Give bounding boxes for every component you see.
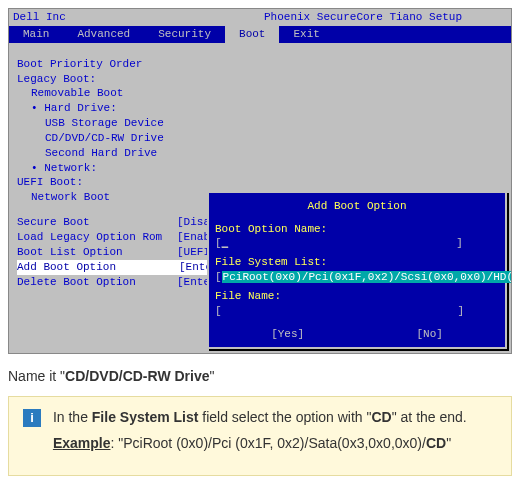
add-boot-option-dialog: Add Boot Option Boot Option Name: [_] Fi… <box>207 191 507 350</box>
file-name-input[interactable]: [] <box>215 304 499 319</box>
boot-option-name-input[interactable]: [_] <box>215 236 499 251</box>
legacy-removable[interactable]: Removable Boot <box>17 86 503 101</box>
menu-exit[interactable]: Exit <box>279 26 333 43</box>
bios-screen: Dell Inc Phoenix SecureCore Tiano Setup … <box>8 8 512 354</box>
product-label: Phoenix SecureCore Tiano Setup <box>260 9 511 26</box>
dialog-yes-button[interactable]: [Yes] <box>265 327 310 342</box>
menu-advanced[interactable]: Advanced <box>63 26 144 43</box>
legacy-usb[interactable]: USB Storage Device <box>17 116 503 131</box>
boot-option-name-label: Boot Option Name: <box>215 222 499 237</box>
info-icon: i <box>23 409 41 427</box>
menu-security[interactable]: Security <box>144 26 225 43</box>
legacy-cddvd[interactable]: CD/DVD/CD-RW Drive <box>17 131 503 146</box>
menu-main[interactable]: Main <box>9 26 63 43</box>
file-system-list-select[interactable]: [PciRoot(0x0)/Pci(0x1F,0x2)/Scsi(0x0,0x0… <box>215 270 499 285</box>
setting-boot-list-option-label: Boot List Option <box>17 245 177 260</box>
menu-bar: Main Advanced Security Boot Exit <box>9 26 511 43</box>
file-name-label: File Name: <box>215 289 499 304</box>
file-system-list-label: File System List: <box>215 255 499 270</box>
info-text: In the File System List field select the… <box>53 409 483 461</box>
setting-secure-boot-label: Secure Boot <box>17 215 177 230</box>
boot-page: Boot Priority Order Legacy Boot: Removab… <box>9 43 511 354</box>
vendor-label: Dell Inc <box>9 9 260 26</box>
uefi-boot-label: UEFI Boot: <box>17 175 503 190</box>
dialog-no-button[interactable]: [No] <box>410 327 448 342</box>
legacy-network-group[interactable]: • Network: <box>17 161 503 176</box>
legacy-second-hd[interactable]: Second Hard Drive <box>17 146 503 161</box>
dialog-buttons: [Yes] [No] <box>215 327 499 342</box>
menu-boot[interactable]: Boot <box>225 26 279 43</box>
setting-load-legacy-rom-label: Load Legacy Option Rom <box>17 230 177 245</box>
info-callout: i In the File System List field select t… <box>8 396 512 476</box>
title-bar: Dell Inc Phoenix SecureCore Tiano Setup <box>9 9 511 26</box>
setting-add-boot-option-label: Add Boot Option <box>17 260 177 275</box>
instruction-caption: Name it "CD/DVD/CD-RW Drive" <box>8 368 512 384</box>
boot-priority-header: Boot Priority Order <box>17 57 503 72</box>
dialog-title: Add Boot Option <box>215 197 499 218</box>
fsl-prefix: [ <box>215 271 222 283</box>
legacy-harddrive-group[interactable]: • Hard Drive: <box>17 101 503 116</box>
legacy-boot-label: Legacy Boot: <box>17 72 503 87</box>
setting-delete-boot-option-label: Delete Boot Option <box>17 275 177 290</box>
fsl-value: PciRoot(0x0)/Pci(0x1F,0x2)/Scsi(0x0,0x0)… <box>222 271 512 283</box>
